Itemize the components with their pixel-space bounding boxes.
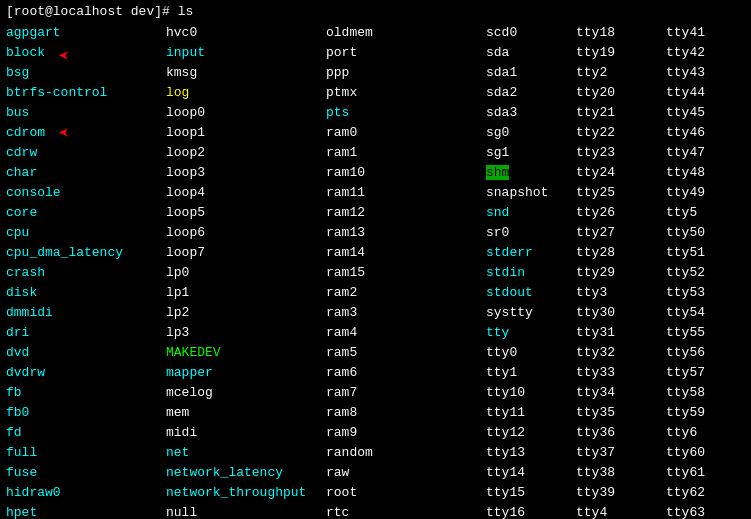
ls-item: ram6 bbox=[326, 363, 486, 383]
ls-item: tty13 bbox=[486, 443, 576, 463]
ls-item: tty bbox=[486, 323, 576, 343]
ls-item: midi bbox=[166, 423, 326, 443]
ls-item: network_throughput bbox=[166, 483, 326, 503]
arrow-block-icon: ➤ bbox=[58, 48, 69, 66]
ls-item: bsg bbox=[6, 63, 166, 83]
ls-item: rtc bbox=[326, 503, 486, 519]
ls-item: lp0 bbox=[166, 263, 326, 283]
ls-item: tty51 bbox=[666, 243, 751, 263]
ls-item: ram9 bbox=[326, 423, 486, 443]
ls-item: tty20 bbox=[576, 83, 666, 103]
ls-item: bus bbox=[6, 103, 166, 123]
ls-item: ram10 bbox=[326, 163, 486, 183]
ls-item: cdrw bbox=[6, 143, 166, 163]
ls-item: agpgart bbox=[6, 23, 166, 43]
ls-item: tty43 bbox=[666, 63, 751, 83]
ls-item: ram8 bbox=[326, 403, 486, 423]
ls-item: tty41 bbox=[666, 23, 751, 43]
ls-item: systty bbox=[486, 303, 576, 323]
ls-item: tty27 bbox=[576, 223, 666, 243]
ls-item: ram13 bbox=[326, 223, 486, 243]
ls-item: ram1 bbox=[326, 143, 486, 163]
ls-item: ptmx bbox=[326, 83, 486, 103]
ls-item: log bbox=[166, 83, 326, 103]
terminal: [root@localhost dev]# ls agpgarthvc0oldm… bbox=[0, 0, 751, 519]
ls-item: fb bbox=[6, 383, 166, 403]
ls-item: tty44 bbox=[666, 83, 751, 103]
ls-item: full bbox=[6, 443, 166, 463]
ls-item: crash bbox=[6, 263, 166, 283]
ls-item: tty55 bbox=[666, 323, 751, 343]
ls-item: ram14 bbox=[326, 243, 486, 263]
prompt-line: [root@localhost dev]# ls bbox=[6, 4, 745, 19]
ls-item: loop0 bbox=[166, 103, 326, 123]
ls-item: null bbox=[166, 503, 326, 519]
ls-item: core bbox=[6, 203, 166, 223]
arrow-cdrom-icon: ➤ bbox=[58, 125, 69, 143]
ls-item: hvc0 bbox=[166, 23, 326, 43]
ls-item: tty54 bbox=[666, 303, 751, 323]
ls-item: tty47 bbox=[666, 143, 751, 163]
ls-item: tty12 bbox=[486, 423, 576, 443]
ls-item: tty18 bbox=[576, 23, 666, 43]
ls-item: tty16 bbox=[486, 503, 576, 519]
ls-item: sg0 bbox=[486, 123, 576, 143]
ls-item: ppp bbox=[326, 63, 486, 83]
ls-item: tty21 bbox=[576, 103, 666, 123]
ls-item: tty37 bbox=[576, 443, 666, 463]
ls-item: lp1 bbox=[166, 283, 326, 303]
ls-item: net bbox=[166, 443, 326, 463]
ls-item: tty4 bbox=[576, 503, 666, 519]
ls-item: ram7 bbox=[326, 383, 486, 403]
ls-item: tty57 bbox=[666, 363, 751, 383]
ls-item: ram2 bbox=[326, 283, 486, 303]
ls-item: tty63 bbox=[666, 503, 751, 519]
ls-item: tty15 bbox=[486, 483, 576, 503]
ls-item: raw bbox=[326, 463, 486, 483]
ls-item: tty30 bbox=[576, 303, 666, 323]
ls-output: agpgarthvc0oldmemscd0tty18tty41tty8block… bbox=[6, 23, 745, 519]
ls-item: btrfs-control bbox=[6, 83, 166, 103]
ls-item: dvd bbox=[6, 343, 166, 363]
ls-item: tty23 bbox=[576, 143, 666, 163]
ls-item: fuse bbox=[6, 463, 166, 483]
ls-item: tty36 bbox=[576, 423, 666, 443]
ls-item: fd bbox=[6, 423, 166, 443]
ls-item: disk bbox=[6, 283, 166, 303]
ls-item: snapshot bbox=[486, 183, 576, 203]
ls-item: tty46 bbox=[666, 123, 751, 143]
ls-item: snd bbox=[486, 203, 576, 223]
ls-item: port bbox=[326, 43, 486, 63]
ls-item: loop7 bbox=[166, 243, 326, 263]
ls-item: console bbox=[6, 183, 166, 203]
ls-item: network_latency bbox=[166, 463, 326, 483]
ls-item: lp3 bbox=[166, 323, 326, 343]
ls-item: tty22 bbox=[576, 123, 666, 143]
ls-item: mapper bbox=[166, 363, 326, 383]
ls-item: tty61 bbox=[666, 463, 751, 483]
ls-item: tty26 bbox=[576, 203, 666, 223]
terminal-container: [root@localhost dev]# ls agpgarthvc0oldm… bbox=[0, 0, 751, 519]
ls-item: ram11 bbox=[326, 183, 486, 203]
ls-item: tty39 bbox=[576, 483, 666, 503]
ls-item: tty19 bbox=[576, 43, 666, 63]
ls-item: tty3 bbox=[576, 283, 666, 303]
ls-item: tty25 bbox=[576, 183, 666, 203]
ls-item: tty2 bbox=[576, 63, 666, 83]
ls-item: cpu_dma_latency bbox=[6, 243, 166, 263]
ls-item: char bbox=[6, 163, 166, 183]
ls-item: hidraw0 bbox=[6, 483, 166, 503]
ls-item: tty10 bbox=[486, 383, 576, 403]
ls-item: cdrom bbox=[6, 123, 166, 143]
ls-item: tty58 bbox=[666, 383, 751, 403]
ls-item: fb0 bbox=[6, 403, 166, 423]
ls-item: tty34 bbox=[576, 383, 666, 403]
ls-item: ram3 bbox=[326, 303, 486, 323]
ls-item: loop3 bbox=[166, 163, 326, 183]
ls-item: loop2 bbox=[166, 143, 326, 163]
ls-item: random bbox=[326, 443, 486, 463]
ls-item: input bbox=[166, 43, 326, 63]
ls-item: sda bbox=[486, 43, 576, 63]
ls-item: tty32 bbox=[576, 343, 666, 363]
ls-item: tty1 bbox=[486, 363, 576, 383]
